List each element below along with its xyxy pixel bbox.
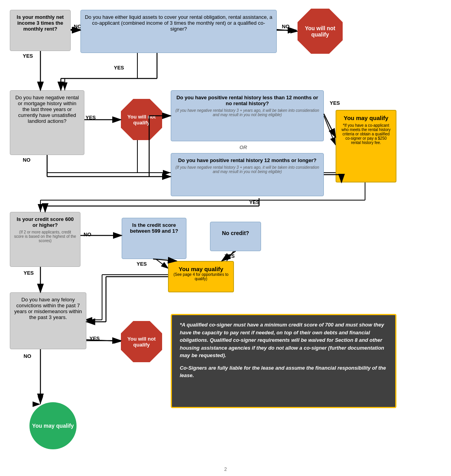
positive-history-less-sub: (If you have negative rental history 3 +… bbox=[175, 108, 320, 117]
credit-score-sub: (If 2 or more applicants, credit score i… bbox=[14, 230, 76, 243]
cosigner-note-text-1: *A qualified co-signer must have a minim… bbox=[180, 321, 387, 359]
no-label-2: NO bbox=[282, 24, 290, 29]
positive-history-less-box: Do you have positive rental history less… bbox=[171, 90, 324, 141]
yes-label-5: YES bbox=[249, 199, 259, 205]
felony-text: Do you have any felony convictions withi… bbox=[14, 297, 82, 320]
felony-box: Do you have any felony convictions withi… bbox=[10, 292, 86, 349]
not-qualify-octagon-1: You will not qualify bbox=[298, 9, 343, 54]
yes-label-7: YES bbox=[225, 253, 235, 259]
not-qualify-octagon-3: You will not qualify bbox=[121, 321, 162, 362]
yes-label-8: YES bbox=[24, 270, 34, 276]
income-question-box: Is your monthly net income 3 times the m… bbox=[10, 10, 71, 51]
credit-between-text: Is the credit score between 599 and 1? bbox=[126, 222, 182, 234]
positive-history-more-text: Do you have positive rental history 12 m… bbox=[175, 157, 320, 163]
no-credit-text: No credit? bbox=[214, 226, 257, 236]
page-number: 2 bbox=[224, 467, 227, 472]
cosigner-note-box: *A qualified co-signer must have a minim… bbox=[171, 314, 396, 408]
negative-history-box: Do you have negative rental or mortgage … bbox=[10, 90, 84, 155]
income-question-text: Is your monthly net income 3 times the m… bbox=[17, 14, 64, 32]
svg-line-14 bbox=[324, 116, 336, 145]
may-qualify-1-box: You may qualify *If you have a co-applic… bbox=[336, 110, 396, 182]
svg-line-45 bbox=[324, 114, 336, 137]
may-qualify-1-sub: *If you have a co-applicant who meets th… bbox=[340, 123, 392, 145]
may-qualify-2-title: You may qualify bbox=[173, 266, 229, 272]
credit-between-box: Is the credit score between 599 and 1? bbox=[122, 218, 186, 259]
no-label-3: NO bbox=[23, 157, 31, 163]
yes-label-2: YES bbox=[114, 65, 124, 71]
cosigner-note-text-2: Co-Signers are fully liable for the leas… bbox=[180, 364, 387, 379]
positive-history-less-text: Do you have positive rental history less… bbox=[175, 95, 320, 106]
may-qualify-2-box: You may qualify (See page 4 for opportun… bbox=[168, 261, 234, 292]
yes-label-4: YES bbox=[330, 100, 340, 106]
credit-score-text: Is your credit score 600 or higher? bbox=[14, 216, 76, 228]
positive-history-more-box: Do you have positive rental history 12 m… bbox=[171, 153, 324, 196]
yes-label-1: YES bbox=[23, 53, 33, 59]
liquid-assets-box: Do you have either liquid assets to cove… bbox=[80, 10, 277, 53]
yes-label-3: YES bbox=[86, 115, 96, 120]
may-qualify-3-text: You may qualify bbox=[32, 423, 74, 429]
not-qualify-2-text: You will not qualify bbox=[125, 114, 158, 126]
or-label: OR bbox=[239, 144, 247, 150]
not-qualify-octagon-2: You will not qualify bbox=[121, 99, 162, 140]
no-label-5: NO bbox=[24, 353, 31, 359]
yes-label-9: YES bbox=[89, 336, 100, 341]
no-credit-box: No credit? bbox=[210, 222, 261, 251]
not-qualify-1-text: You will not qualify bbox=[301, 25, 339, 38]
svg-line-2 bbox=[277, 29, 298, 31]
may-qualify-2-sub: (See page 4 for opportunities to qualify… bbox=[173, 272, 229, 281]
positive-history-more-sub: (If you have negative rental history 3 +… bbox=[175, 165, 320, 174]
credit-score-box: Is your credit score 600 or higher? (If … bbox=[10, 212, 80, 267]
no-label-4: NO bbox=[84, 232, 91, 237]
flowchart: Is your monthly net income 3 times the m… bbox=[0, 0, 451, 476]
not-qualify-3-text: You will not qualify bbox=[125, 336, 158, 348]
yes-label-6: YES bbox=[137, 261, 147, 267]
may-qualify-1-title: You may qualify bbox=[340, 115, 392, 121]
negative-history-text: Do you have negative rental or mortgage … bbox=[15, 95, 79, 124]
may-qualify-3-circle: You may qualify bbox=[29, 402, 77, 449]
liquid-assets-text: Do you have either liquid assets to cove… bbox=[85, 14, 272, 32]
